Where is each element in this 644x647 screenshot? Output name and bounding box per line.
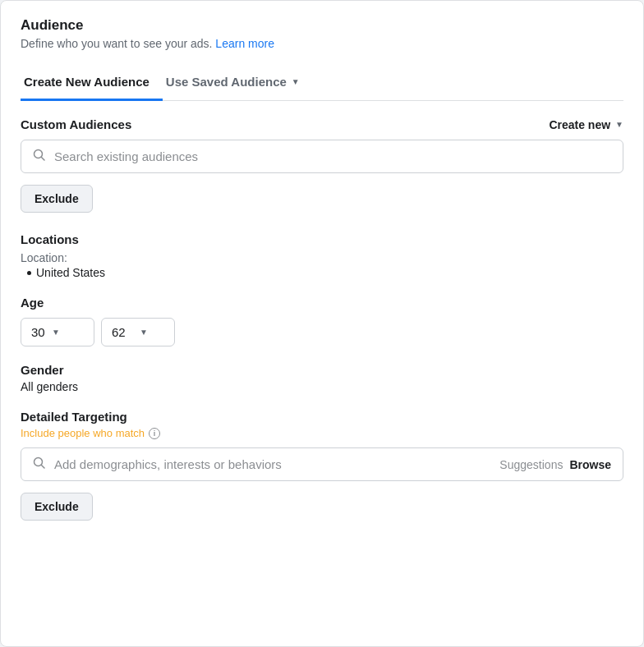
custom-audiences-label: Custom Audiences — [21, 117, 131, 131]
age-min-select-container[interactable]: 30 18 21 25 35 40 45 50 55 60 65 ▼ — [21, 318, 94, 346]
location-value: United States — [36, 266, 105, 279]
location-item: United States — [21, 266, 623, 279]
tab-create-new[interactable]: Create New Audience — [21, 67, 163, 101]
create-new-label: Create new — [549, 118, 610, 131]
info-icon[interactable]: i — [149, 428, 160, 439]
detailed-targeting-section: Detailed Targeting Include people who ma… — [21, 410, 623, 540]
gender-label: Gender — [21, 363, 623, 377]
age-min-select[interactable]: 30 18 21 25 35 40 45 50 55 60 65 — [31, 325, 45, 339]
search-right-controls: Suggestions Browse — [499, 458, 611, 471]
audience-card: Audience Define who you want to see your… — [0, 0, 644, 647]
create-new-button[interactable]: Create new ▼ — [549, 118, 623, 131]
include-text: Include people who match — [21, 427, 145, 439]
suggestions-label: Suggestions — [499, 458, 563, 471]
age-min-chevron-icon: ▼ — [52, 328, 60, 337]
subtitle-text: Define who you want to see your ads. — [21, 37, 212, 50]
detailed-exclude-button[interactable]: Exclude — [21, 493, 93, 521]
tab-create-new-label: Create New Audience — [24, 75, 150, 89]
custom-audiences-header: Custom Audiences Create new ▼ — [21, 117, 623, 131]
create-new-chevron-icon: ▼ — [615, 120, 623, 129]
header-section: Audience Define who you want to see your… — [21, 17, 623, 50]
search-icon — [33, 149, 46, 164]
age-max-select-container[interactable]: 62 24 30 35 40 45 50 55 60 65 65+ ▼ — [101, 318, 175, 346]
learn-more-link[interactable]: Learn more — [215, 37, 274, 50]
svg-line-3 — [42, 466, 45, 469]
age-max-chevron-icon: ▼ — [140, 328, 148, 337]
age-max-select[interactable]: 62 24 30 35 40 45 50 55 60 65 65+ — [112, 325, 133, 339]
bullet-icon — [27, 271, 31, 275]
locations-label: Locations — [21, 232, 623, 246]
gender-section: Gender All genders — [21, 363, 623, 393]
exclude-button[interactable]: Exclude — [21, 185, 93, 213]
tab-use-saved-label: Use Saved Audience — [166, 75, 287, 89]
gender-value: All genders — [21, 380, 623, 393]
locations-section: Locations Location: United States — [21, 232, 623, 279]
detailed-search-icon — [33, 457, 46, 472]
age-label: Age — [21, 296, 623, 310]
age-section: Age 30 18 21 25 35 40 45 50 55 60 65 ▼ — [21, 296, 623, 346]
page-subtitle: Define who you want to see your ads. Lea… — [21, 37, 623, 50]
search-input[interactable] — [54, 149, 611, 163]
location-prefix: Location: — [21, 251, 623, 264]
tab-use-saved[interactable]: Use Saved Audience ▼ — [163, 67, 313, 101]
svg-line-1 — [42, 158, 45, 161]
detailed-search-input[interactable] — [54, 457, 499, 471]
age-selects-container: 30 18 21 25 35 40 45 50 55 60 65 ▼ 62 24 — [21, 318, 623, 346]
include-people-label: Include people who match i — [21, 427, 623, 439]
detailed-targeting-label: Detailed Targeting — [21, 410, 623, 424]
detailed-targeting-search-box[interactable]: Suggestions Browse — [21, 447, 623, 481]
chevron-down-icon: ▼ — [292, 77, 300, 86]
custom-audiences-search-box[interactable] — [21, 140, 623, 173]
page-title: Audience — [21, 17, 623, 34]
browse-button[interactable]: Browse — [569, 458, 611, 471]
tabs-container: Create New Audience Use Saved Audience ▼ — [21, 67, 623, 101]
